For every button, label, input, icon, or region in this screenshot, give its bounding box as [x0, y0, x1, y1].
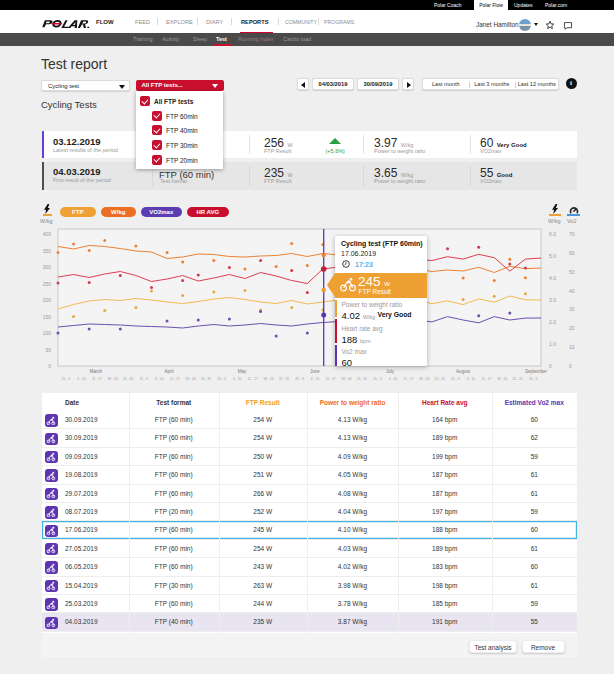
- svg-text:25 - 31: 25 - 31: [435, 377, 445, 381]
- svg-text:11 - 17: 11 - 17: [248, 377, 258, 381]
- svg-text:25 - 3: 25 - 3: [139, 377, 148, 381]
- svg-text:5.0: 5.0: [549, 253, 556, 259]
- svg-text:July: July: [386, 369, 395, 374]
- svg-text:200: 200: [43, 297, 52, 303]
- svg-text:March: March: [90, 369, 103, 374]
- svg-text:11 - 17: 11 - 17: [326, 377, 336, 381]
- svg-text:50: 50: [569, 269, 575, 275]
- svg-text:300: 300: [43, 264, 52, 270]
- svg-text:25 - 31: 25 - 31: [123, 377, 133, 381]
- svg-text:4 - 10: 4 - 10: [467, 377, 476, 381]
- svg-text:4 - 10: 4 - 10: [233, 377, 242, 381]
- svg-text:25 - 3: 25 - 3: [529, 377, 538, 381]
- svg-text:40: 40: [569, 288, 575, 294]
- svg-text:30: 30: [569, 306, 575, 312]
- svg-text:4 - 10: 4 - 10: [155, 377, 164, 381]
- svg-text:10: 10: [569, 344, 575, 350]
- svg-text:1.0: 1.0: [549, 341, 556, 347]
- svg-text:20: 20: [569, 325, 575, 331]
- svg-text:25 - 31: 25 - 31: [279, 377, 289, 381]
- svg-text:4 - 10: 4 - 10: [311, 377, 320, 381]
- svg-text:18 - 24: 18 - 24: [419, 377, 429, 381]
- svg-text:June: June: [310, 369, 320, 374]
- svg-text:4 - 10: 4 - 10: [77, 377, 86, 381]
- svg-text:4.0: 4.0: [549, 275, 556, 281]
- svg-text:100: 100: [43, 330, 52, 336]
- svg-text:250: 250: [43, 281, 52, 287]
- svg-text:11 - 17: 11 - 17: [404, 377, 414, 381]
- svg-text:11 - 17: 11 - 17: [92, 377, 102, 381]
- svg-text:4 - 10: 4 - 10: [389, 377, 398, 381]
- svg-text:400: 400: [43, 231, 52, 237]
- svg-text:150: 150: [43, 314, 52, 320]
- svg-text:18 - 24: 18 - 24: [341, 377, 351, 381]
- svg-text:25 - 31: 25 - 31: [201, 377, 211, 381]
- svg-text:18 - 24: 18 - 24: [497, 377, 507, 381]
- svg-text:350: 350: [43, 248, 52, 254]
- svg-text:0: 0: [549, 363, 552, 369]
- svg-text:25 - 3: 25 - 3: [295, 377, 304, 381]
- svg-text:6.0: 6.0: [549, 231, 556, 237]
- svg-text:11 - 17: 11 - 17: [170, 377, 180, 381]
- svg-text:25 - 3: 25 - 3: [373, 377, 382, 381]
- svg-text:25 - 3: 25 - 3: [217, 377, 226, 381]
- svg-text:2.0: 2.0: [549, 319, 556, 325]
- svg-text:25 - 3: 25 - 3: [62, 377, 71, 381]
- svg-text:60: 60: [569, 250, 575, 256]
- svg-text:50: 50: [45, 347, 51, 353]
- svg-text:25 - 3: 25 - 3: [451, 377, 460, 381]
- svg-text:April: April: [164, 369, 173, 374]
- svg-text:18 - 24: 18 - 24: [185, 377, 195, 381]
- svg-text:70: 70: [569, 231, 575, 237]
- svg-text:0: 0: [569, 363, 572, 369]
- svg-text:May: May: [238, 369, 247, 374]
- svg-text:25 - 31: 25 - 31: [512, 377, 522, 381]
- svg-text:August: August: [456, 369, 471, 374]
- svg-text:September: September: [525, 369, 548, 374]
- svg-text:25 - 31: 25 - 31: [357, 377, 367, 381]
- svg-text:18 - 24: 18 - 24: [263, 377, 273, 381]
- svg-text:0: 0: [48, 363, 51, 369]
- svg-text:18 - 24: 18 - 24: [107, 377, 117, 381]
- svg-text:11 - 17: 11 - 17: [481, 377, 491, 381]
- svg-text:3.0: 3.0: [549, 297, 556, 303]
